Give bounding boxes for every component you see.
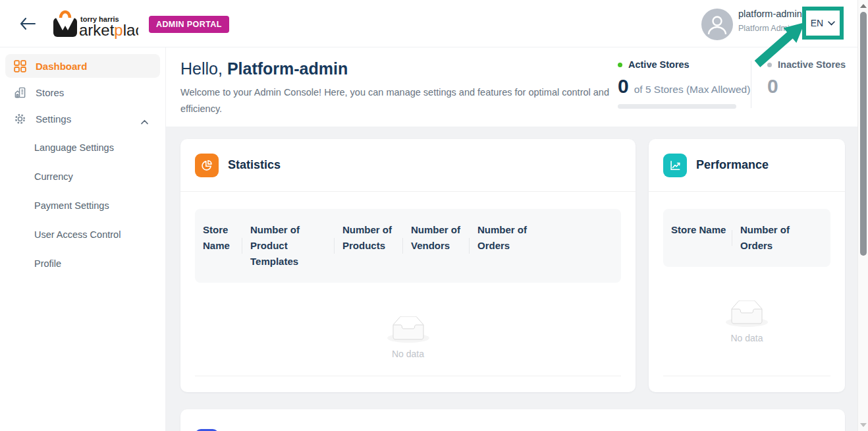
settings-gear-icon (13, 112, 26, 125)
inactive-stores-label: Inactive Stores (778, 59, 846, 70)
statistics-table-header: Store Name Number of Product Templates N… (195, 209, 621, 283)
active-stores-label: Active Stores (628, 59, 690, 70)
user-role: Platform Admin (738, 24, 794, 33)
sidebar-subitem-payment-settings[interactable]: Payment Settings (0, 191, 165, 220)
column-products: Number of Products (335, 222, 403, 270)
performance-footer-divider (663, 376, 830, 376)
greeting-name: Platform-admin (227, 59, 348, 78)
empty-inbox-icon (726, 301, 768, 328)
sidebar-item-stores[interactable]: Stores (5, 80, 160, 104)
stores-building-icon (13, 86, 26, 99)
user-name: platform-admin (738, 9, 802, 19)
back-arrow-icon (20, 18, 36, 30)
inactive-stores-block: Inactive Stores 0 (767, 59, 846, 98)
performance-empty-state: No data (649, 267, 845, 376)
back-button[interactable] (18, 14, 37, 33)
inactive-dot-icon (767, 63, 772, 67)
performance-title: Performance (696, 158, 769, 172)
scroll-down-arrow-icon[interactable] (860, 423, 867, 427)
scroll-up-arrow-icon[interactable] (860, 4, 867, 8)
statistics-title: Statistics (228, 158, 281, 172)
line-chart-icon (663, 154, 687, 177)
orders-card-header: Orders (180, 409, 845, 431)
statistics-card: Statistics Store Name Number of Product … (180, 139, 636, 392)
greeting-prefix: Hello, (180, 59, 223, 78)
chevron-down-icon (828, 21, 835, 26)
empty-inbox-icon (387, 316, 429, 343)
person-icon (705, 13, 729, 36)
welcome-subtitle: Welcome to your Admin Console! Here, you… (180, 84, 612, 117)
sidebar-subitem-profile[interactable]: Profile (0, 249, 165, 278)
header: torry harris arketplace ADMIN PORTAL pla… (0, 0, 868, 47)
active-stores-block: Active Stores 0 of 5 Stores (Max Allowed… (618, 59, 750, 98)
sidebar-subitem-currency[interactable]: Currency (0, 162, 165, 191)
vertical-scrollbar (857, 0, 868, 431)
active-dot-icon (618, 63, 622, 67)
column-orders: Number of Orders (470, 222, 621, 270)
language-selector[interactable]: EN (811, 18, 835, 28)
statistics-card-header: Statistics (180, 139, 636, 192)
inactive-stores-count: 0 (767, 75, 778, 98)
active-stores-progressbar (618, 104, 736, 109)
orders-card: Orders (180, 409, 845, 431)
active-stores-detail: of 5 Stores (Max Allowed) (634, 84, 751, 96)
column-vendors: Number of Vendors (403, 222, 470, 270)
svg-text:arketplace: arketplace (79, 21, 138, 39)
no-data-text: No data (730, 333, 763, 343)
sidebar-item-dashboard[interactable]: Dashboard (5, 54, 160, 78)
marketplace-logo: torry harris arketplace (53, 8, 138, 41)
sidebar: Dashboard Stores (0, 47, 166, 431)
sidebar-label-dashboard: Dashboard (36, 61, 87, 72)
active-stores-count: 0 (618, 75, 629, 98)
page-title: Hello, Platform-admin (180, 59, 348, 78)
column-orders: Number of Orders (732, 222, 830, 254)
statistics-footer-divider (195, 376, 621, 376)
no-data-text: No data (392, 349, 424, 359)
annotation-highlight-box: EN (802, 7, 844, 40)
sidebar-item-settings[interactable]: Settings (5, 107, 160, 130)
user-avatar[interactable] (701, 9, 733, 40)
admin-portal-badge: ADMIN PORTAL (149, 16, 229, 33)
sidebar-label-settings: Settings (36, 113, 71, 125)
performance-table-header: Store Name Number of Orders (663, 209, 830, 267)
sidebar-subitem-user-access-control[interactable]: User Access Control (0, 220, 165, 249)
column-store-name: Store Name (663, 222, 732, 254)
welcome-panel: Hello, Platform-admin Welcome to your Ad… (166, 47, 857, 127)
column-product-templates: Number of Product Templates (242, 222, 335, 270)
pie-chart-icon (195, 154, 219, 177)
admin-portal-app: torry harris arketplace ADMIN PORTAL pla… (0, 0, 868, 431)
sidebar-subitem-language-settings[interactable]: Language Settings (0, 133, 165, 162)
scrollbar-thumb[interactable] (860, 12, 867, 256)
column-store-name: Store Name (195, 222, 242, 270)
chevron-up-icon (141, 115, 148, 127)
performance-card-header: Performance (649, 139, 845, 192)
language-code: EN (811, 18, 823, 28)
performance-card: Performance Store Name Number of Orders … (649, 139, 845, 392)
sidebar-label-stores: Stores (36, 87, 64, 98)
stats-divider (751, 61, 751, 108)
dashboard-grid-icon (13, 59, 26, 72)
